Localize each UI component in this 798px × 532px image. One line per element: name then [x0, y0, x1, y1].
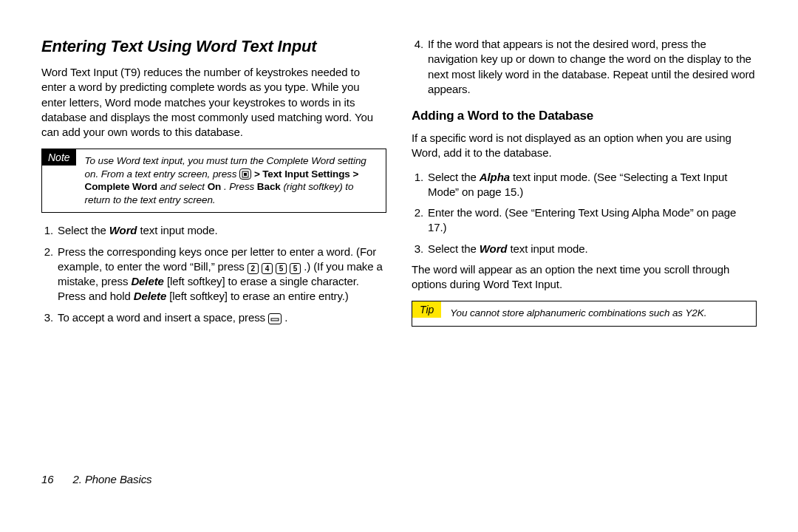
step-bold: Word	[480, 242, 508, 255]
step-text: Enter the word. (See “Entering Text Usin…	[428, 205, 757, 236]
list-item: 3. To accept a word and insert a space, …	[41, 310, 386, 325]
chapter-title: 2. Phone Basics	[73, 473, 152, 485]
keypad-key-icon: 4	[262, 263, 273, 274]
steps-list-right: 1. Select the Alpha text input mode. (Se…	[412, 170, 757, 256]
step-bold: Alpha	[480, 171, 510, 183]
step-bold: Delete	[134, 290, 166, 302]
note-part-e: . Press	[224, 181, 257, 192]
steps-list-left: 1. Select the Word text input mode. 2. P…	[41, 223, 386, 325]
intro-paragraph-2: If a specific word is not displayed as a…	[412, 131, 757, 161]
step-text: text input mode.	[140, 224, 218, 236]
list-item: 2. Press the corresponding keys once per…	[41, 245, 386, 304]
step-text: To accept a word and insert a space, pre…	[58, 311, 265, 324]
note-part-c: and select	[160, 181, 207, 192]
step-number: 3.	[412, 242, 428, 256]
keypad-key-icon: 2	[248, 263, 259, 274]
sub-heading: Adding a Word to the Database	[412, 109, 757, 123]
list-item: 4. If the word that appears is not the d…	[412, 37, 757, 97]
step-number: 4.	[412, 37, 428, 97]
step-text: [left softkey] to erase an entire entry.…	[169, 290, 348, 302]
note-label: Note	[42, 149, 76, 166]
tip-text: You cannot store alphanumeric combinatio…	[450, 307, 748, 320]
steps-list-right-continued: 4. If the word that appears is not the d…	[412, 37, 757, 97]
keypad-key-icon: 5	[276, 263, 287, 274]
keypad-key-icon: 5	[290, 263, 301, 274]
tip-label: Tip	[412, 301, 441, 318]
list-item: 2. Enter the word. (See “Entering Text U…	[412, 205, 757, 236]
note-part-f: Back	[257, 181, 281, 192]
note-part-d: On	[208, 181, 222, 192]
section-heading: Entering Text Using Word Text Input	[41, 37, 386, 56]
step-text: .	[284, 311, 287, 324]
step-text: If the word that appears is not the desi…	[428, 37, 757, 97]
note-text: To use Word text input, you must turn th…	[85, 154, 378, 206]
svg-rect-2	[271, 318, 279, 321]
step-number: 3.	[41, 310, 58, 325]
step-number: 1.	[412, 170, 428, 200]
right-column: 4. If the word that appears is not the d…	[412, 37, 757, 455]
step-number: 2.	[41, 245, 58, 304]
outro-paragraph: The word will appear as an option the ne…	[412, 262, 757, 293]
options-key-icon	[239, 168, 251, 180]
page-footer: 16 2. Phone Basics	[0, 473, 798, 485]
tip-callout: Tip You cannot store alphanumeric combin…	[412, 301, 757, 327]
list-item: 3. Select the Word text input mode.	[412, 242, 757, 256]
step-number: 1.	[41, 223, 58, 238]
svg-rect-1	[244, 173, 247, 176]
space-key-icon	[268, 313, 282, 324]
step-number: 2.	[412, 205, 428, 236]
step-text: Select the	[58, 224, 109, 236]
intro-paragraph: Word Text Input (T9) reduces the number …	[41, 65, 386, 140]
step-text: Select the	[428, 242, 480, 255]
list-item: 1. Select the Word text input mode.	[41, 223, 386, 238]
step-text: Select the	[428, 171, 480, 183]
step-text: text input mode.	[511, 242, 588, 255]
page-number: 16	[41, 473, 54, 485]
step-bold: Word	[109, 224, 137, 236]
step-bold: Delete	[131, 275, 163, 287]
note-callout: Note To use Word text input, you must tu…	[41, 149, 386, 213]
left-column: Entering Text Using Word Text Input Word…	[41, 37, 386, 455]
list-item: 1. Select the Alpha text input mode. (Se…	[412, 170, 757, 200]
